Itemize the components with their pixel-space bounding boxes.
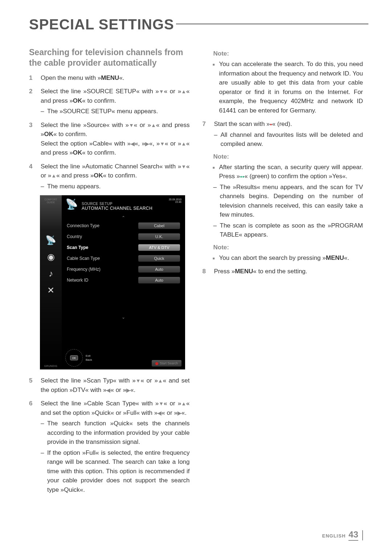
osd-exit-back: ExitBack bbox=[86, 354, 92, 362]
footer-page-number: 43 bbox=[348, 530, 358, 541]
satellite-icon: 📡 bbox=[45, 234, 57, 246]
osd-row-cable-scan-type: Cable Scan Type Quick bbox=[65, 253, 181, 264]
step-2: 2 Select the line »SOURCE SETUP« with »▼… bbox=[29, 87, 190, 116]
tools-icon: ✕ bbox=[45, 285, 57, 296]
osd-row-scan-type: Scan Type ATV & DTV bbox=[65, 242, 181, 253]
osd-brand: GRUNDIG bbox=[44, 365, 58, 367]
osd-up-arrow-icon: ⌃ bbox=[65, 215, 181, 220]
note-2-heading: Note: bbox=[213, 153, 363, 160]
page-footer: ENGLISH 43 bbox=[322, 530, 363, 541]
note-1-body: You can accelerate the search. To do thi… bbox=[219, 60, 363, 115]
osd-comfort-guide: COMFORTGUIDE bbox=[44, 198, 57, 204]
osd-down-arrow-icon: ⌄ bbox=[65, 315, 181, 320]
step-4: 4 Select the line »Automatic Channel Sea… bbox=[29, 162, 190, 191]
eye-icon: ◉ bbox=[45, 251, 57, 263]
osd-row-connection-type: Connection Type Cabel bbox=[65, 220, 181, 231]
step-6: 6 Select the line »Cable Scan Type« with… bbox=[29, 399, 190, 494]
page-title: SPECIAL SETTINGS bbox=[29, 16, 363, 33]
osd-row-network-id: Network ID Auto bbox=[65, 275, 181, 286]
osd-row-frequency: Frequency (MHz) Auto bbox=[65, 264, 181, 275]
note-1-heading: Note: bbox=[213, 50, 363, 57]
step-5: 5 Select the line »Scan Typ« with »▼« or… bbox=[29, 376, 190, 394]
note-3-heading: Note: bbox=[213, 244, 363, 251]
step-7: 7 Start the scan with »●« (red). All cha… bbox=[203, 119, 363, 149]
footer-language: ENGLISH bbox=[322, 533, 346, 539]
osd-ok-button: OK bbox=[70, 355, 78, 360]
osd-logo-icon: 📡 bbox=[65, 198, 78, 210]
note-3-body: You can abort the search by pressing »ME… bbox=[219, 253, 363, 263]
osd-title-2: AUTOMATIC CHANNEL SEARCH bbox=[82, 206, 165, 211]
osd-title-1: SOURCE SETUP bbox=[82, 202, 165, 206]
step-8: 8 Press »MENU« to end the setting. bbox=[203, 267, 363, 276]
sound-icon: ♪ bbox=[45, 268, 57, 279]
step-3: 3 Select the line »Source« with »▼« or »… bbox=[29, 120, 190, 158]
section-heading: Searching for television channels from t… bbox=[29, 47, 190, 68]
osd-start-search: Start Search bbox=[152, 360, 181, 367]
osd-screenshot: COMFORTGUIDE 📡 ◉ ♪ ✕ GRUNDIG 📡 SOURCE SE… bbox=[40, 195, 185, 369]
step-1: 1 Open the menu with »MENU«. bbox=[29, 73, 190, 83]
note-2-body: After starting the scan, a security quer… bbox=[219, 163, 363, 240]
osd-ok-ring: OK bbox=[65, 349, 83, 367]
osd-row-country: Country U.K. bbox=[65, 231, 181, 242]
osd-datetime: 20.09.201015:46 bbox=[169, 198, 181, 203]
